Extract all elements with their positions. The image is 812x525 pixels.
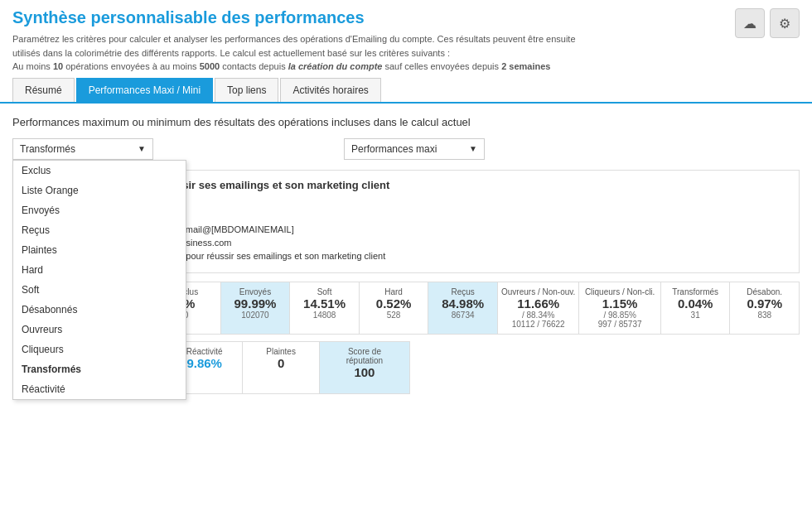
dropdown1-arrow-icon: ▼: [138, 144, 146, 153]
tab-bar: Résumé Performances Maxi / Mini Top lien…: [0, 78, 812, 104]
metric-cliqueurs: Cliqueurs / Non-cli. 1.15% / 98.85%997 /…: [579, 282, 660, 334]
metric-ouvreurs-sub: / 88.34%10112 / 76622: [501, 311, 575, 329]
dropdown1-menu: Exclus Liste Orange Envoyés Reçus Plaint…: [12, 160, 186, 400]
top-icons: ☁ ⚙: [735, 8, 800, 38]
menu-item-cliqueurs[interactable]: Cliqueurs: [13, 340, 186, 359]
tab-activites[interactable]: Activités horaires: [280, 78, 380, 102]
menu-item-desabonnes[interactable]: Désabonnés: [13, 300, 186, 320]
dropdown1-selected: Transformés: [20, 143, 75, 155]
metric-transformes: Transformés 0.04% 31: [661, 282, 731, 334]
menu-item-envoyes[interactable]: Envoyés: [13, 200, 186, 220]
metric-plaintes-label: Plaintes: [246, 347, 315, 356]
metric-cliqueurs-label: Cliqueurs / Non-cli.: [582, 287, 656, 296]
metric-soft-label: Soft: [293, 287, 355, 296]
content: Performances maximum ou minimum des résu…: [0, 104, 812, 407]
metric-hard-label: Hard: [363, 287, 425, 296]
metric-score: Score deréputation 100: [320, 342, 409, 393]
gear-icon: ⚙: [779, 16, 790, 31]
metric-soft-sub: 14808: [293, 311, 355, 320]
metric-envoyes-label: Envoyés: [225, 287, 287, 296]
menu-item-ouvreurs[interactable]: Ouvreurs: [13, 320, 186, 340]
menu-item-liste-orange[interactable]: Liste Orange: [13, 181, 186, 200]
dropdown1-trigger[interactable]: Transformés ▼: [12, 138, 153, 160]
metric-transformes-sub: 31: [665, 311, 727, 320]
dropdown2-arrow-icon: ▼: [469, 144, 477, 153]
dropdown2-selected: Performances maxi: [351, 143, 437, 155]
metric-transformes-label: Transformés: [665, 287, 727, 296]
metric-recus-sub: 86734: [432, 311, 494, 320]
metric-plaintes-sub: [246, 370, 315, 379]
metric-recus-label: Reçus: [432, 287, 494, 296]
menu-item-hard[interactable]: Hard: [13, 260, 186, 280]
metric-plaintes-value: 0: [246, 356, 315, 370]
metric-envoyes: Envoyés 99.99% 102070: [221, 282, 291, 334]
metric-hard-sub: 528: [363, 311, 425, 320]
metric-soft-value: 14.51%: [293, 296, 355, 311]
menu-item-recus[interactable]: Reçus: [13, 220, 186, 240]
section-title: Performances maximum ou minimum des résu…: [12, 116, 800, 128]
menu-item-transformes[interactable]: Transformés: [13, 359, 186, 379]
menu-item-reactivite[interactable]: Réactivité: [13, 379, 186, 399]
cloud-button[interactable]: ☁: [735, 8, 765, 38]
dropdown1-container: Transformés ▼ Exclus Liste Orange Envoyé…: [12, 138, 153, 160]
metric-desabonnes-sub: 838: [733, 311, 795, 320]
menu-item-plaintes[interactable]: Plaintes: [13, 240, 186, 260]
metric-desabonnes: Désabon. 0.97% 838: [730, 282, 799, 334]
metric-score-label: Score deréputation: [323, 347, 406, 365]
header: Synthèse personnalisable des performance…: [0, 0, 812, 78]
metric-ouvreurs-value: 11.66%: [501, 296, 575, 311]
metric-ouvreurs-label: Ouvreurs / Non-ouv.: [501, 287, 575, 296]
metric-ouvreurs: Ouvreurs / Non-ouv. 11.66% / 88.34%10112…: [498, 282, 579, 334]
metric-soft: Soft 14.51% 14808: [290, 282, 360, 334]
metric-envoyes-value: 99.99%: [225, 296, 287, 311]
dropdown2-trigger[interactable]: Performances maxi ▼: [344, 138, 485, 160]
tab-top-liens[interactable]: Top liens: [215, 78, 278, 102]
page-description: Paramétrez les critères pour calculer et…: [12, 32, 592, 74]
tab-resume[interactable]: Résumé: [12, 78, 75, 102]
metric-recus: Reçus 84.98% 86734: [428, 282, 498, 334]
metric-desabonnes-label: Désabon.: [733, 287, 795, 296]
menu-item-soft[interactable]: Soft: [13, 280, 186, 300]
metric-hard: Hard 0.52% 528: [360, 282, 429, 334]
metric-cliqueurs-value: 1.15%: [582, 296, 656, 311]
metric-score-sub: [323, 379, 406, 388]
menu-item-exclus[interactable]: Exclus: [13, 161, 186, 181]
cloud-icon: ☁: [743, 16, 756, 31]
metric-desabonnes-value: 0.97%: [733, 296, 795, 311]
tab-performances[interactable]: Performances Maxi / Mini: [76, 78, 213, 102]
controls-row: Transformés ▼ Exclus Liste Orange Envoyé…: [12, 138, 800, 160]
metric-recus-value: 84.98%: [432, 296, 494, 311]
metric-plaintes: Plaintes 0: [243, 342, 319, 393]
metric-hard-value: 0.52%: [363, 296, 425, 311]
metric-cliqueurs-sub: / 98.85%997 / 85737: [582, 311, 656, 329]
page-title: Synthèse personnalisable des performance…: [12, 8, 800, 27]
gear-button[interactable]: ⚙: [770, 8, 800, 38]
metric-transformes-value: 0.04%: [665, 296, 727, 311]
metric-envoyes-sub: 102070: [225, 311, 287, 320]
metric-score-value: 100: [323, 365, 406, 379]
dropdown2-container: Performances maxi ▼: [344, 138, 485, 160]
